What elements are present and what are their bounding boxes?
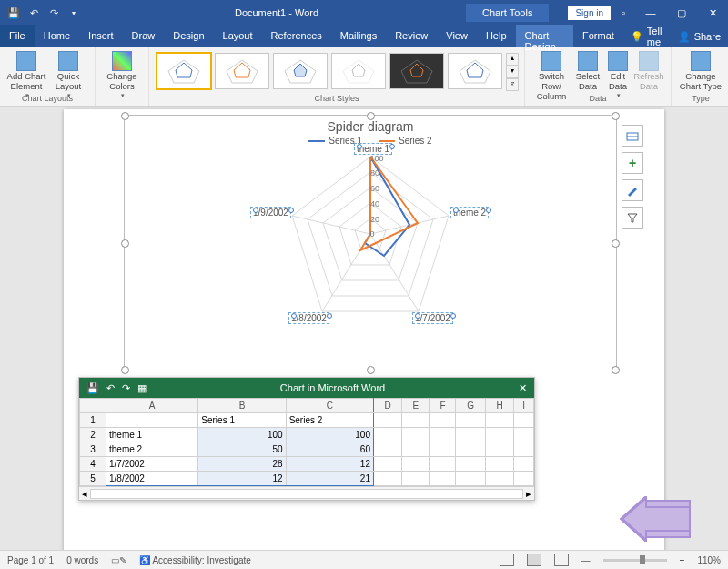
tab-format[interactable]: Format <box>573 25 623 47</box>
view-print-layout[interactable] <box>527 554 541 566</box>
svg-marker-5 <box>294 64 307 76</box>
mini-hscroll[interactable]: ◂ ▸ <box>79 486 534 500</box>
chart-object[interactable]: Spider diagram Series 1 Series 2 <box>124 115 617 371</box>
title-bar: 💾 ↶ ↷ ▾ Document1 - Word Chart Tools Sig… <box>0 0 728 25</box>
status-bar: Page 1 of 1 0 words ▭✎ ♿ Accessibility: … <box>0 550 728 569</box>
document-title: Document1 - Word <box>87 7 466 18</box>
axis-label[interactable]: 1/9/2002 <box>250 208 291 218</box>
svg-text:80: 80 <box>370 168 379 178</box>
group-label: Data <box>525 94 671 103</box>
contextual-tab-label: Chart Tools <box>466 4 549 22</box>
svg-marker-9 <box>410 64 423 76</box>
redo-icon[interactable]: ↷ <box>47 6 60 19</box>
mini-close-button[interactable]: ✕ <box>511 382 534 394</box>
mini-grid[interactable]: ABCDEFGHI 1Series 1Series 2 2theme 11001… <box>79 398 534 500</box>
chart-style-1[interactable] <box>157 53 211 89</box>
axis-label[interactable]: theme 1 <box>354 144 392 154</box>
chart-style-4[interactable] <box>331 53 386 89</box>
svg-marker-0 <box>168 60 199 83</box>
sign-in-button[interactable]: Sign in <box>567 5 612 21</box>
zoom-level[interactable]: 110% <box>697 555 721 565</box>
ribbon-options-icon[interactable]: ▫ <box>612 7 635 18</box>
tab-help[interactable]: Help <box>477 25 516 47</box>
svg-marker-3 <box>234 63 250 77</box>
tab-chart-design[interactable]: Chart Design <box>516 25 573 47</box>
view-web-layout[interactable] <box>554 554 569 566</box>
svg-text:100: 100 <box>369 154 383 163</box>
spellcheck-icon[interactable]: ▭✎ <box>111 555 126 565</box>
svg-line-19 <box>370 234 419 311</box>
change-chart-type-button[interactable]: Change Chart Type <box>677 49 724 92</box>
add-chart-element-button[interactable]: Add Chart Element <box>5 49 47 99</box>
tab-home[interactable]: Home <box>35 25 79 47</box>
annotation-arrow <box>619 496 692 542</box>
group-label: Chart Styles <box>149 94 524 103</box>
group-label: Type <box>672 94 728 103</box>
svg-marker-2 <box>227 60 258 83</box>
tab-insert[interactable]: Insert <box>79 25 123 47</box>
zoom-out[interactable]: — <box>581 555 591 565</box>
page-indicator[interactable]: Page 1 of 1 <box>7 555 54 565</box>
chart-title[interactable]: Spider diagram <box>125 119 616 134</box>
svg-text:0: 0 <box>369 229 374 239</box>
chart-elements-button[interactable] <box>622 125 643 147</box>
tab-mailings[interactable]: Mailings <box>331 25 386 47</box>
tab-file[interactable]: File <box>0 25 35 47</box>
chart-filter-button[interactable] <box>622 207 643 229</box>
axis-label[interactable]: 1/7/2002 <box>412 313 453 323</box>
close-button[interactable]: ✕ <box>697 0 728 25</box>
chart-brush-button[interactable] <box>622 179 643 201</box>
axis-label[interactable]: 1/8/2002 <box>288 313 329 323</box>
ribbon: Add Chart Element Quick Layout Chart Lay… <box>0 47 728 107</box>
share-button[interactable]: 👤Share <box>671 25 728 47</box>
axis-label[interactable]: theme 2 <box>450 208 489 218</box>
share-icon: 👤 <box>678 31 691 43</box>
tab-review[interactable]: Review <box>386 25 437 47</box>
chart-data-window[interactable]: 💾 ↶ ↷ ▦ Chart in Microsoft Word ✕ ABCDEF… <box>78 377 535 501</box>
tab-references[interactable]: References <box>262 25 331 47</box>
svg-text:40: 40 <box>370 199 379 208</box>
view-read-mode[interactable] <box>500 554 514 566</box>
mini-excel-icon[interactable]: ▦ <box>137 382 147 394</box>
mini-title: Chart in Microsoft Word <box>154 382 511 393</box>
styles-up[interactable]: ▴ <box>506 53 519 66</box>
svg-marker-1 <box>176 63 192 77</box>
svg-line-21 <box>292 216 370 234</box>
tab-draw[interactable]: Draw <box>123 25 165 47</box>
chart-style-6[interactable] <box>448 53 502 89</box>
styles-more[interactable]: ▿ <box>506 78 519 91</box>
maximize-button[interactable]: ▢ <box>666 0 697 25</box>
mini-redo-icon[interactable]: ↷ <box>122 382 130 394</box>
radar-plot: 100806040200 theme 1 theme 2 1/7/2002 1/… <box>234 146 507 337</box>
chart-styles-button[interactable]: + <box>622 152 643 174</box>
tell-me[interactable]: 💡Tell me <box>623 25 671 47</box>
minimize-button[interactable]: — <box>635 0 666 25</box>
mini-undo-icon[interactable]: ↶ <box>106 382 115 394</box>
svg-marker-10 <box>460 60 490 83</box>
group-label: Chart Layouts <box>0 94 95 103</box>
mini-save-icon[interactable]: 💾 <box>86 382 99 394</box>
lightbulb-icon: 💡 <box>631 31 643 43</box>
tab-layout[interactable]: Layout <box>214 25 262 47</box>
tab-view[interactable]: View <box>437 25 477 47</box>
qat-more-icon[interactable]: ▾ <box>67 6 80 19</box>
zoom-in[interactable]: + <box>680 555 685 565</box>
svg-marker-11 <box>467 63 483 77</box>
save-icon[interactable]: 💾 <box>7 6 20 19</box>
accessibility-status[interactable]: ♿ Accessibility: Investigate <box>139 555 251 565</box>
tab-design[interactable]: Design <box>164 25 213 47</box>
document-page: Spider diagram Series 1 Series 2 <box>64 109 664 555</box>
zoom-slider[interactable] <box>603 559 667 562</box>
svg-marker-7 <box>352 64 365 76</box>
chart-style-5[interactable] <box>389 53 444 89</box>
word-count[interactable]: 0 words <box>66 555 98 565</box>
ribbon-tabs: File Home Insert Draw Design Layout Refe… <box>0 25 728 47</box>
chart-style-3[interactable] <box>273 53 328 89</box>
undo-icon[interactable]: ↶ <box>27 6 40 19</box>
quick-layout-button[interactable]: Quick Layout <box>47 49 89 99</box>
styles-down[interactable]: ▾ <box>506 66 519 78</box>
chart-style-2[interactable] <box>215 53 269 89</box>
svg-text:60: 60 <box>370 184 379 193</box>
svg-text:20: 20 <box>370 215 379 224</box>
change-colors-button[interactable]: Change Colors <box>101 49 143 99</box>
